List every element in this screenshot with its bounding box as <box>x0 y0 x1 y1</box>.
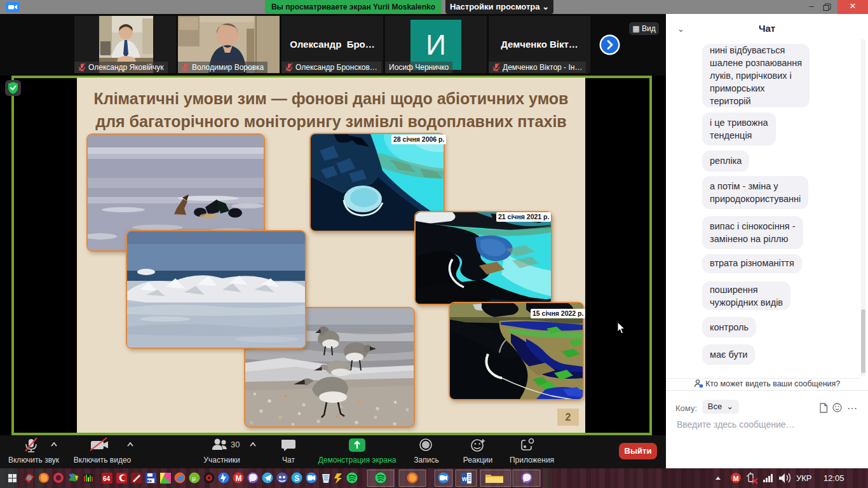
svg-text:30: 30 <box>231 440 240 449</box>
svg-text:M: M <box>733 475 739 482</box>
svg-text:w: w <box>461 475 467 482</box>
svg-text:12:05: 12:05 <box>824 473 844 483</box>
svg-text:64: 64 <box>103 475 111 482</box>
svg-text:УКР: УКР <box>796 473 812 483</box>
svg-text:M: M <box>236 474 242 483</box>
svg-text:64: 64 <box>147 479 152 483</box>
svg-text:S: S <box>294 474 299 483</box>
svg-text:µ: µ <box>192 474 196 482</box>
